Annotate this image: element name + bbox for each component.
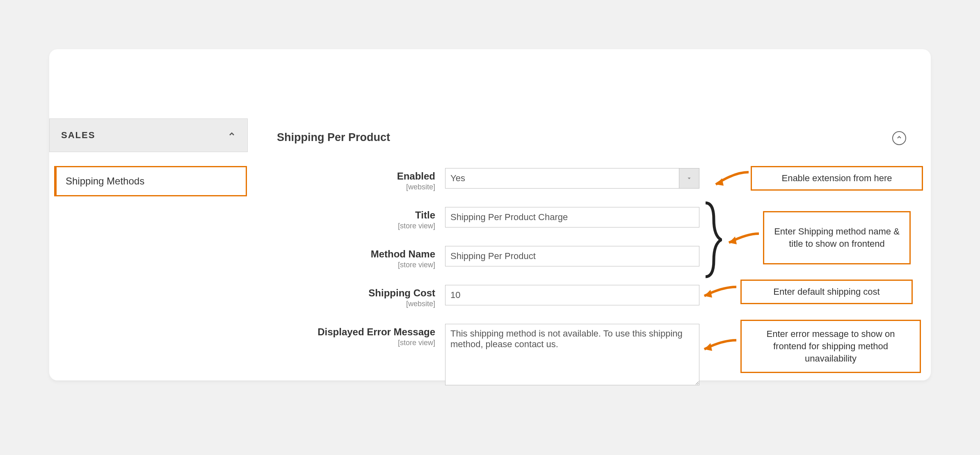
- label-enabled: Enabled: [397, 171, 435, 182]
- chevron-up-icon: [228, 130, 236, 141]
- annotation-arrow-icon: [724, 230, 761, 250]
- annotation-arrow-icon: [699, 336, 738, 357]
- sidebar-item-shipping-methods[interactable]: Shipping Methods: [54, 166, 247, 196]
- collapse-section-button[interactable]: [892, 131, 906, 145]
- sidebar: SALES Shipping Methods: [49, 118, 248, 196]
- chevron-up-icon: [896, 134, 902, 142]
- scope-shipping-cost: [website]: [277, 300, 435, 308]
- scope-error-message: [store view]: [277, 339, 435, 347]
- scope-method-name: [store view]: [277, 261, 435, 269]
- sidebar-section-sales[interactable]: SALES: [49, 118, 248, 152]
- scope-title: [store view]: [277, 222, 435, 230]
- label-title: Title: [415, 209, 435, 221]
- brace-icon: [701, 201, 722, 279]
- sidebar-section-label: SALES: [61, 130, 95, 141]
- label-shipping-cost: Shipping Cost: [368, 287, 435, 298]
- select-enabled[interactable]: [445, 168, 699, 189]
- label-error-message: Displayed Error Message: [318, 326, 435, 337]
- annotation-error: Enter error message to show on frontend …: [740, 320, 921, 373]
- scope-enabled: [website]: [277, 183, 435, 191]
- input-title[interactable]: [445, 207, 699, 228]
- input-shipping-cost[interactable]: [445, 285, 699, 305]
- section-title: Shipping Per Product: [277, 131, 390, 144]
- annotation-title-method: Enter Shipping method name & title to sh…: [763, 211, 911, 264]
- config-panel: SALES Shipping Methods Shipping Per Prod…: [49, 49, 931, 380]
- label-method-name: Method Name: [371, 248, 435, 259]
- annotation-enable: Enable extension from here: [751, 166, 923, 191]
- annotation-cost: Enter default shipping cost: [740, 280, 913, 304]
- annotation-arrow-icon: [710, 170, 751, 191]
- sidebar-item-label: Shipping Methods: [66, 175, 144, 187]
- annotation-arrow-icon: [699, 283, 738, 303]
- input-method-name[interactable]: [445, 246, 699, 266]
- textarea-error-message[interactable]: [445, 324, 699, 385]
